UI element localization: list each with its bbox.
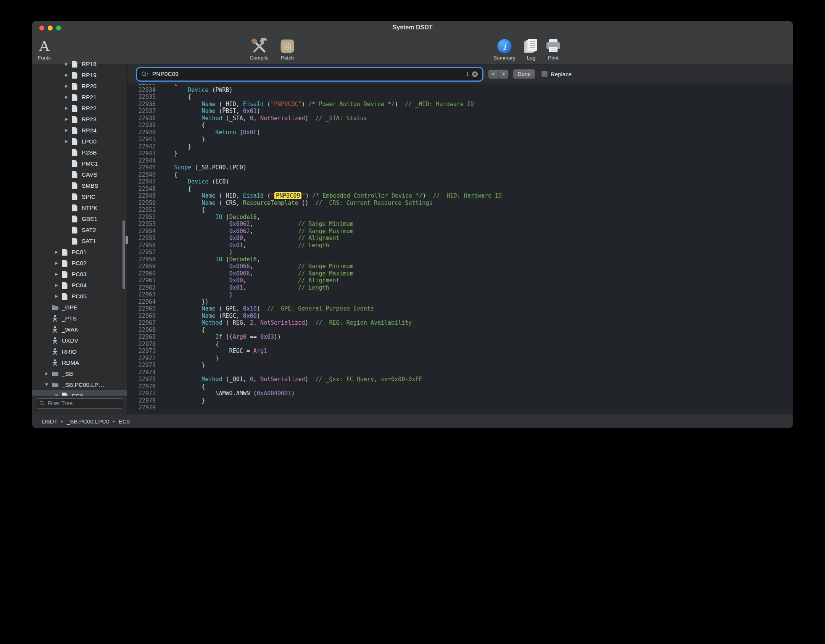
disclosure-right-icon[interactable] [43,372,50,375]
sidebar-item-rdma[interactable]: RDMA [32,357,127,368]
line-number: 22943 [127,150,156,157]
compile-label: Compile [250,55,269,61]
code-text: Method (_Q01, 0, NotSerialized) // _Qxx:… [160,376,422,383]
sidebar-item-smbs[interactable]: SMBS [32,180,127,191]
code-line: 22969 If ((Arg0 == 0x03)) [127,333,793,341]
sidebar-item-lpc0[interactable]: LPC0 [32,136,127,147]
sidebar-item-cavs[interactable]: CAVS [32,169,127,180]
fonts-button[interactable]: A Fonts [33,38,56,61]
sidebar-item-uxdv[interactable]: UXDV [32,335,127,346]
disclosure-right-icon[interactable] [63,74,70,77]
summary-button[interactable]: i Summary [492,38,517,61]
sidebar-item--pts[interactable]: _PTS [32,313,127,324]
code-text: } [160,136,205,143]
sidebar-item-rp22[interactable]: RP22 [32,103,127,114]
tree-item-label: SMBS [82,182,98,189]
breadcrumb-item[interactable]: DSDT [42,418,58,425]
line-number: 22945 [127,164,156,171]
filter-tree-bar [32,396,127,414]
breadcrumb-item[interactable]: _SB.PC00.LPC0 [67,418,110,425]
replace-checkbox[interactable] [541,71,548,77]
disclosure-right-icon[interactable] [53,295,60,298]
sidebar-item-rp18[interactable]: RP18 [32,58,127,69]
sidebar-item--sb-pc00-lp-[interactable]: _SB.PC00.LP… [32,379,127,390]
code-line: 22971 REGC = Arg1 [127,348,793,355]
sidebar-item-pc01[interactable]: PC01 [32,246,127,258]
search-menu-icon[interactable] [141,71,149,77]
disclosure-right-icon[interactable] [63,96,70,99]
line-number: 22950 [127,200,156,207]
disclosure-right-icon[interactable] [63,85,70,88]
code-text: Device (EC0) [160,178,229,185]
disclosure-right-icon[interactable] [63,129,70,132]
disclosure-right-icon[interactable] [63,118,70,121]
patch-button[interactable]: Patch [273,38,301,61]
sidebar-item-rp21[interactable]: RP21 [32,92,127,103]
sidebar-item--wak[interactable]: _WAK [32,324,127,335]
tree-item-label: RP22 [82,105,97,112]
disclosure-right-icon[interactable] [53,251,60,254]
sidebar-item--sb[interactable]: _SB [32,368,127,379]
disclosure-right-icon[interactable] [53,284,60,287]
disclosure-right-icon[interactable] [63,140,70,143]
sidebar-item-sat1[interactable]: SAT1 [32,235,127,246]
disclosure-right-icon[interactable] [63,107,70,110]
sidebar-item--gpe[interactable]: _GPE [32,302,127,313]
sidebar-item-spic[interactable]: SPIC [32,191,127,202]
search-field[interactable]: 1 [137,68,482,80]
code-line: 22949 Name (_HID, EisaId ("PNP0C09") /* … [127,192,793,200]
sidebar-item-pc04[interactable]: PC04 [32,280,127,291]
tree-item-label: P2SB [82,149,97,156]
tree-item-label: RDMA [62,359,79,366]
tree-item-label: GBE1 [82,216,97,222]
code-text: Name (_HID, EisaId ("PNP0C0C") /* Power … [160,101,474,108]
sidebar-item-gbe1[interactable]: GBE1 [32,213,127,224]
sidebar-item-p2sb[interactable]: P2SB [32,147,127,158]
code-line: 22976 { [127,383,793,390]
breadcrumb-item[interactable]: EC0 [119,418,130,425]
search-input[interactable] [151,70,463,78]
sidebar: RP18RP19RP20RP21RP22RP23RP24LPC0P2SBPMC1… [32,64,127,414]
sidebar-item-pc03[interactable]: PC03 [32,269,127,280]
disclosure-right-icon[interactable] [53,262,60,265]
line-number: 22975 [127,376,156,383]
line-number: 22968 [127,327,156,334]
find-next-button[interactable]: > [499,70,509,79]
method-icon [50,315,60,322]
sidebar-item-rp20[interactable]: RP20 [32,80,127,92]
sidebar-item-ntpk[interactable]: NTPK [32,202,127,213]
done-button[interactable]: Done [513,69,535,79]
sidebar-item-sat2[interactable]: SAT2 [32,224,127,235]
editor-pane: 1 < > Done Replace 22933 [127,64,793,414]
sidebar-item-pc02[interactable]: PC02 [32,258,127,269]
sidebar-item-ec0[interactable]: EC0 [32,390,127,396]
filter-tree-field[interactable] [36,398,123,409]
code-line: 22950 Name (_CRS, ResourceTemplate () //… [127,200,793,207]
print-button[interactable]: Print [543,38,564,61]
code-line: 22961 0x00, // Alignment [127,277,793,284]
log-button[interactable]: Log [521,38,541,61]
code-text: IO (Decode16, [160,256,260,263]
disclosure-down-icon[interactable] [43,383,50,386]
disclosure-right-icon[interactable] [53,273,60,276]
clear-search-icon[interactable] [472,71,478,77]
code-editor[interactable]: 22933 {22934 Device (PWRB)22935 {22936 N… [127,84,793,414]
sidebar-item-pc05[interactable]: PC05 [32,291,127,302]
sidebar-item-rp19[interactable]: RP19 [32,69,127,80]
line-number: 22965 [127,305,156,312]
code-text: } [160,143,191,150]
sidebar-item-pmc1[interactable]: PMC1 [32,158,127,169]
filter-tree-input[interactable] [47,400,120,407]
divider-grip-icon[interactable] [126,236,128,244]
tree-item-label: PC01 [72,249,87,256]
sidebar-item-rp24[interactable]: RP24 [32,125,127,136]
sidebar-item-rrio[interactable]: RRIO [32,346,127,357]
code-text: ) [160,291,233,298]
code-line: 22955 0x00, // Alignment [127,235,793,242]
code-line: 22964 }) [127,298,793,306]
disclosure-right-icon[interactable] [63,63,70,66]
compile-button[interactable]: Compile [245,38,273,61]
find-previous-button[interactable]: < [488,70,498,79]
sidebar-item-rp23[interactable]: RP23 [32,114,127,125]
sidebar-scrollbar[interactable] [122,221,125,289]
